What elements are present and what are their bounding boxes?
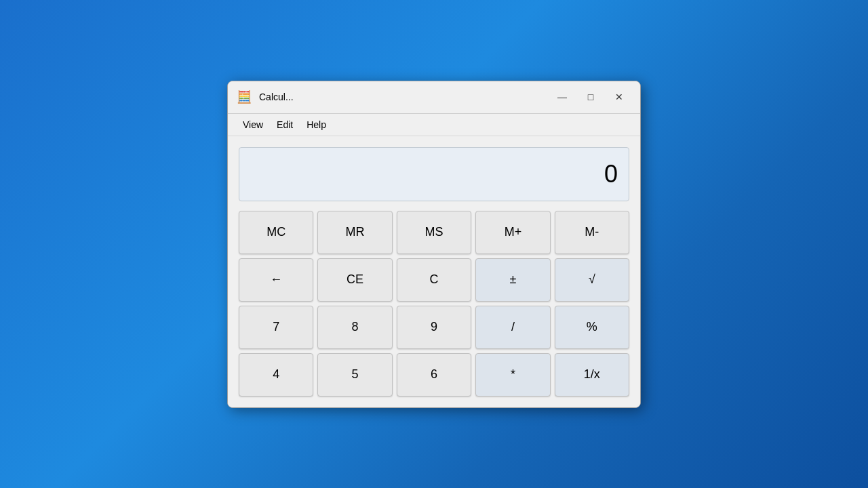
5-button[interactable]: 5: [317, 353, 392, 396]
7-button[interactable]: 7: [239, 306, 313, 349]
close-button[interactable]: ✕: [606, 87, 632, 106]
row-789: 7 8 9 / %: [239, 306, 629, 349]
memory-row: MC MR MS M+ M-: [239, 211, 629, 254]
buttons-grid: MC MR MS M+ M- ← CE C ± √ 7 8 9 / %: [239, 211, 629, 396]
backspace-button[interactable]: ←: [239, 258, 313, 302]
minimize-button[interactable]: —: [549, 87, 575, 106]
reciprocal-button[interactable]: 1/x: [555, 353, 629, 396]
c-button[interactable]: C: [397, 258, 471, 302]
window-controls: — □ ✕: [549, 87, 632, 106]
menu-view[interactable]: View: [236, 117, 270, 133]
percent-button[interactable]: %: [555, 306, 629, 349]
4-button[interactable]: 4: [239, 353, 313, 396]
title-bar: 🧮 Calcul... — □ ✕: [228, 81, 640, 114]
plusminus-button[interactable]: ±: [475, 258, 550, 302]
display: 0: [239, 147, 629, 201]
display-value: 0: [604, 160, 618, 188]
calculator-window: 🧮 Calcul... — □ ✕ View Edit Help 0 MC MR…: [227, 81, 641, 408]
mr-button[interactable]: MR: [317, 211, 392, 254]
menu-bar: View Edit Help: [228, 114, 640, 136]
ms-button[interactable]: MS: [397, 211, 471, 254]
sqrt-button[interactable]: √: [555, 258, 629, 302]
row-456: 4 5 6 * 1/x: [239, 353, 629, 396]
window-title: Calcul...: [259, 92, 549, 102]
menu-help[interactable]: Help: [300, 117, 333, 133]
control-row: ← CE C ± √: [239, 258, 629, 302]
mc-button[interactable]: MC: [239, 211, 313, 254]
9-button[interactable]: 9: [397, 306, 471, 349]
multiply-button[interactable]: *: [475, 353, 550, 396]
maximize-button[interactable]: □: [578, 87, 604, 106]
app-icon: 🧮: [236, 89, 252, 105]
mminus-button[interactable]: M-: [555, 211, 629, 254]
ce-button[interactable]: CE: [317, 258, 392, 302]
6-button[interactable]: 6: [397, 353, 471, 396]
calc-body: 0 MC MR MS M+ M- ← CE C ± √ 7: [228, 136, 640, 407]
menu-edit[interactable]: Edit: [270, 117, 300, 133]
8-button[interactable]: 8: [317, 306, 392, 349]
mplus-button[interactable]: M+: [475, 211, 550, 254]
divide-button[interactable]: /: [475, 306, 550, 349]
